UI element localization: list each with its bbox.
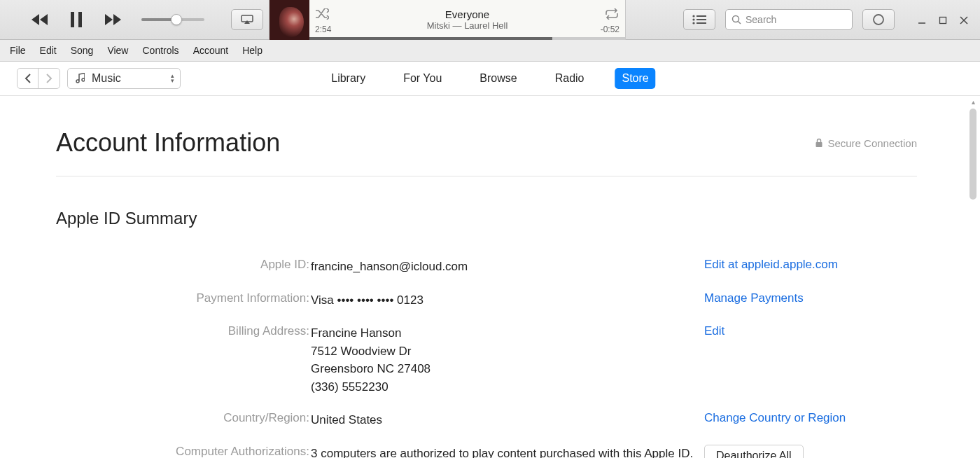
track-artist: Mitski [427,20,450,31]
center-tabs: Library For You Browse Radio Store [324,68,655,89]
pause-button[interactable] [64,8,88,32]
scroll-up-icon[interactable]: ▴ [967,96,979,107]
row-apple-id: Apple ID: francine_hanson@icloud.com Edi… [57,251,916,283]
content-scroll[interactable]: Account Information Secure Connection Ap… [0,96,980,458]
volume-slider[interactable] [141,18,204,21]
source-label: Music [92,72,121,85]
link-change-country[interactable]: Change Country or Region [704,411,846,424]
menu-file[interactable]: File [10,45,26,56]
value-payment: Visa •••• •••• •••• 0123 [311,284,703,317]
maximize-button[interactable] [938,15,948,27]
svg-line-10 [738,22,741,25]
svg-point-7 [692,18,694,20]
search-placeholder: Search [746,14,776,25]
tab-foryou[interactable]: For You [396,68,449,89]
now-playing: Everyone Mitski — Laurel Hell 2:54 -0:52 [269,0,626,40]
scroll-thumb[interactable] [969,109,976,200]
airplay-button[interactable] [231,9,263,30]
page-header: Account Information Secure Connection [56,128,917,176]
progress-fill [309,37,552,40]
link-edit-apple-id[interactable]: Edit at appleid.apple.com [704,258,838,271]
row-billing: Billing Address: Francine Hanson 7512 Wo… [57,317,916,403]
forward-button[interactable] [38,69,59,88]
menu-account[interactable]: Account [193,45,229,56]
section-title: Apple ID Summary [56,209,917,228]
album-art[interactable] [270,0,309,40]
billing-city: Greensboro NC 27408 [311,360,703,378]
billing-street: 7512 Woodview Dr [311,342,703,361]
transport-bar: Everyone Mitski — Laurel Hell 2:54 -0:52… [0,0,980,40]
value-country: United States [311,404,703,436]
svg-rect-13 [940,18,946,24]
svg-rect-16 [816,142,822,147]
next-button[interactable] [101,8,125,32]
remaining-time: -0:52 [601,25,620,34]
scrollbar[interactable]: ▴ [967,96,979,458]
billing-name: Francine Hanson [311,324,703,342]
chevron-updown-icon: ▴▾ [171,74,174,83]
right-controls: Search [626,9,980,30]
track-album: Laurel Hell [464,20,507,31]
menubar: File Edit Song View Controls Account Hel… [0,40,980,62]
assistant-button[interactable] [862,9,895,30]
label-apple-id: Apple ID: [57,251,309,283]
shuffle-icon[interactable] [315,8,329,22]
repeat-icon[interactable] [604,8,620,22]
window-controls [917,9,969,27]
billing-phone: (336) 5552230 [311,378,703,396]
label-auth: Computer Authorizations: [57,438,309,459]
up-next-button[interactable] [683,9,715,30]
minimize-button[interactable] [917,15,927,27]
row-auth: Computer Authorizations: 3 computers are… [57,438,916,459]
svg-point-9 [733,16,739,22]
link-edit-billing[interactable]: Edit [704,324,724,338]
tab-store[interactable]: Store [615,68,655,89]
page-title: Account Information [56,128,280,158]
now-playing-info: Everyone Mitski — Laurel Hell 2:54 -0:52 [309,0,625,40]
account-info-table: Apple ID: francine_hanson@icloud.com Edi… [56,249,917,458]
label-billing: Billing Address: [57,317,309,403]
history-buttons [17,68,60,89]
label-payment: Payment Information: [57,284,309,317]
menu-view[interactable]: View [107,45,128,56]
secure-label: Secure Connection [827,137,917,149]
row-payment: Payment Information: Visa •••• •••• ••••… [57,284,916,317]
value-apple-id: francine_hanson@icloud.com [311,251,703,283]
lock-icon [815,138,823,148]
tab-library[interactable]: Library [324,68,372,89]
menu-edit[interactable]: Edit [40,45,57,56]
svg-rect-1 [78,12,82,27]
tab-radio[interactable]: Radio [548,68,592,89]
svg-point-11 [874,15,883,25]
secure-connection: Secure Connection [815,137,917,149]
search-icon [732,15,741,25]
link-manage-payments[interactable]: Manage Payments [704,291,804,305]
svg-rect-0 [71,12,74,27]
track-title: Everyone [445,8,489,20]
previous-button[interactable] [28,8,52,32]
value-auth: 3 computers are authorized to play conte… [311,438,703,459]
nav-row: Music ▴▾ Library For You Browse Radio St… [0,62,980,96]
value-billing: Francine Hanson 7512 Woodview Dr Greensb… [311,317,703,403]
volume-thumb[interactable] [171,14,182,25]
progress-track[interactable] [309,37,625,40]
close-button[interactable] [959,15,969,27]
elapsed-time: 2:54 [315,25,331,34]
search-input[interactable]: Search [725,9,853,30]
deauthorize-all-button[interactable]: Deauthorize All [704,445,804,459]
menu-song[interactable]: Song [71,45,94,56]
music-icon [75,73,85,84]
playback-controls [0,8,263,32]
svg-point-8 [692,22,694,24]
svg-point-6 [692,15,694,17]
tab-browse[interactable]: Browse [472,68,524,89]
menu-controls[interactable]: Controls [142,45,178,56]
source-select[interactable]: Music ▴▾ [67,68,181,89]
back-button[interactable] [18,69,38,88]
row-country: Country/Region: United States Change Cou… [57,404,916,436]
menu-help[interactable]: Help [242,45,262,56]
label-country: Country/Region: [57,404,309,436]
track-meta: Mitski — Laurel Hell [427,20,508,31]
content-wrap: Account Information Secure Connection Ap… [0,96,980,458]
